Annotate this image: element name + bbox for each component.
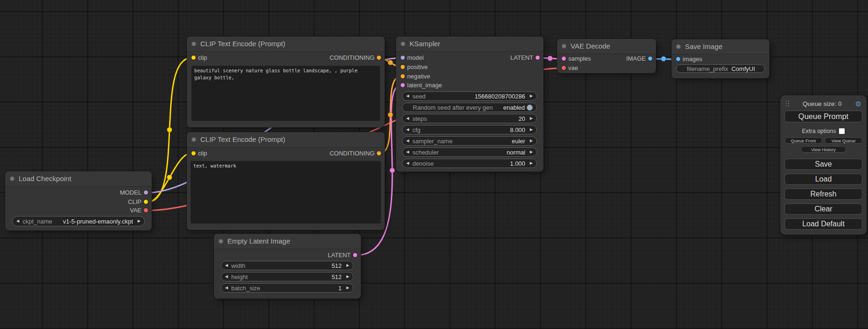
decrement-arrow-icon[interactable]: ◀	[406, 139, 409, 143]
image-port-dot[interactable]	[648, 56, 652, 61]
output-vae: VAE	[130, 206, 141, 215]
node-title-bar[interactable]: Load Checkpoint	[5, 171, 152, 187]
widget-steps[interactable]: ◀ steps 20 ▶	[402, 114, 537, 123]
model-port-dot[interactable]	[401, 56, 405, 60]
widget-width[interactable]: ◀ width 512 ▶	[221, 261, 353, 270]
node-title: Empty Latent Image	[227, 237, 290, 245]
extra-options-checkbox[interactable]	[839, 128, 845, 134]
increment-arrow-icon[interactable]: ▶	[530, 161, 533, 165]
widget-sampler-name[interactable]: ◀ sampler_name euler ▶	[402, 136, 537, 146]
latent-port-dot[interactable]	[401, 83, 405, 87]
input-model: model	[407, 54, 423, 62]
node-title-bar[interactable]: Save Image	[671, 39, 769, 55]
output-latent: LATENT	[510, 54, 533, 62]
output-model: MODEL	[120, 189, 141, 197]
node-title-bar[interactable]: KSampler	[396, 36, 543, 52]
refresh-button[interactable]: Refresh	[784, 189, 862, 200]
node-title-bar[interactable]: VAE Decode	[557, 39, 656, 54]
clip-port-dot[interactable]	[191, 151, 196, 155]
drag-handle-icon[interactable]	[786, 101, 789, 106]
increment-arrow-icon[interactable]: ▶	[530, 117, 533, 120]
widget-scheduler[interactable]: ◀ scheduler normal ▶	[402, 147, 537, 157]
widget-random-seed-toggle[interactable]: Random seed after every gen enabled	[402, 103, 537, 112]
input-vae: vae	[568, 64, 578, 72]
input-images: images	[683, 55, 702, 63]
decrement-arrow-icon[interactable]: ◀	[406, 94, 409, 98]
conditioning-port-dot[interactable]	[401, 65, 405, 69]
node-title-bar[interactable]: CLIP Text Encode (Prompt)	[187, 132, 385, 147]
widget-cfg[interactable]: ◀ cfg 8.000 ▶	[402, 125, 537, 134]
load-button[interactable]: Load	[784, 174, 862, 185]
widget-denoise[interactable]: ◀ denoise 1.000 ▶	[402, 159, 537, 168]
decrement-arrow-icon[interactable]: ◀	[225, 264, 228, 267]
toggle-knob[interactable]	[527, 105, 533, 111]
decrement-arrow-icon[interactable]: ◀	[406, 117, 409, 120]
node-vae-decode[interactable]: VAE Decode samples vae IMAGE	[557, 39, 656, 73]
conditioning-port-dot[interactable]	[377, 56, 381, 60]
latent-port-dot[interactable]	[536, 56, 540, 60]
increment-arrow-icon[interactable]: ▶	[530, 94, 533, 98]
prompt-textarea[interactable]: text, watermark	[191, 161, 381, 224]
node-clip-text-encode-negative[interactable]: CLIP Text Encode (Prompt) clip CONDITION…	[187, 132, 385, 230]
vae-port-dot[interactable]	[562, 66, 566, 70]
node-title: CLIP Text Encode (Prompt)	[200, 40, 285, 48]
queue-prompt-button[interactable]: Queue Prompt	[784, 111, 862, 122]
increment-arrow-icon[interactable]: ▶	[346, 275, 349, 279]
widget-label: filename_prefix	[687, 65, 728, 72]
widget-label: sampler_name	[412, 138, 452, 145]
conditioning-port-dot[interactable]	[377, 151, 381, 155]
node-clip-text-encode-positive[interactable]: CLIP Text Encode (Prompt) clip CONDITION…	[187, 36, 385, 127]
load-default-button[interactable]: Load Default	[784, 218, 862, 230]
node-title-bar[interactable]: Empty Latent Image	[214, 234, 361, 249]
increment-arrow-icon[interactable]: ▶	[138, 219, 141, 223]
decrement-arrow-icon[interactable]: ◀	[406, 161, 409, 165]
clear-button[interactable]: Clear	[784, 203, 862, 215]
decrement-arrow-icon[interactable]: ◀	[16, 219, 19, 223]
save-button[interactable]: Save	[784, 159, 862, 170]
widget-value: 512	[246, 262, 342, 269]
widget-label: batch_size	[231, 285, 260, 292]
link-dot	[388, 60, 393, 65]
conditioning-port-dot[interactable]	[401, 74, 405, 78]
image-port-dot[interactable]	[676, 57, 680, 61]
vae-port-dot[interactable]	[144, 208, 148, 212]
widget-height[interactable]: ◀ height 512 ▶	[221, 272, 353, 281]
settings-gear-icon[interactable]: ⚙	[855, 100, 861, 107]
node-title-bar[interactable]: CLIP Text Encode (Prompt)	[187, 36, 385, 52]
view-history-button[interactable]: View History	[801, 146, 846, 153]
increment-arrow-icon[interactable]: ▶	[530, 128, 533, 132]
widget-ckpt-name[interactable]: ◀ ckpt_name v1-5-pruned-emaonly.ckpt ▶	[12, 216, 145, 226]
increment-arrow-icon[interactable]: ▶	[530, 150, 533, 154]
node-empty-latent-image[interactable]: Empty Latent Image LATENT ◀ width 512 ▶ …	[214, 234, 361, 299]
queue-panel: Queue size: 0 ⚙ Queue Prompt Extra optio…	[780, 95, 867, 235]
latent-port-dot[interactable]	[562, 56, 566, 61]
widget-value: 20	[427, 115, 525, 122]
prompt-textarea[interactable]: beautiful scenery nature glass bottle la…	[191, 66, 380, 121]
node-status-dot	[401, 42, 405, 46]
latent-port-dot[interactable]	[353, 253, 357, 257]
widget-seed[interactable]: ◀ seed 156680208700286 ▶	[402, 91, 537, 101]
increment-arrow-icon[interactable]: ▶	[346, 264, 349, 267]
node-graph-canvas[interactable]: Load Checkpoint MODEL CLIP VAE ◀ ckpt_na…	[0, 0, 868, 329]
decrement-arrow-icon[interactable]: ◀	[225, 275, 228, 279]
output-clip: CLIP	[128, 198, 141, 206]
widget-filename-prefix[interactable]: filename_prefix ComfyUI	[676, 64, 765, 73]
node-load-checkpoint[interactable]: Load Checkpoint MODEL CLIP VAE ◀ ckpt_na…	[5, 171, 152, 231]
model-port-dot[interactable]	[144, 190, 148, 195]
widget-label: height	[231, 273, 247, 280]
queue-front-button[interactable]: Queue Front	[784, 137, 822, 144]
decrement-arrow-icon[interactable]: ◀	[406, 128, 409, 132]
increment-arrow-icon[interactable]: ▶	[346, 286, 349, 290]
input-samples: samples	[568, 55, 591, 63]
node-ksampler[interactable]: KSampler model positive negative latent_…	[396, 36, 543, 172]
increment-arrow-icon[interactable]: ▶	[530, 139, 533, 143]
decrement-arrow-icon[interactable]: ◀	[406, 150, 409, 154]
clip-port-dot[interactable]	[144, 200, 148, 204]
node-save-image[interactable]: Save Image images filename_prefix ComfyU…	[671, 39, 769, 78]
decrement-arrow-icon[interactable]: ◀	[225, 286, 228, 290]
clip-port-dot[interactable]	[191, 56, 196, 60]
output-conditioning: CONDITIONING	[330, 54, 374, 62]
widget-batch-size[interactable]: ◀ batch_size 1 ▶	[221, 283, 353, 293]
view-queue-button[interactable]: View Queue	[825, 137, 862, 144]
node-status-dot	[191, 42, 196, 46]
